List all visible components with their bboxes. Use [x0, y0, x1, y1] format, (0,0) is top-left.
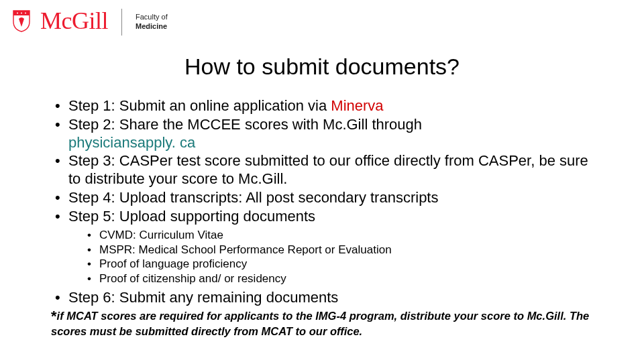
step-5: Step 5: Upload supporting documents CVMD…: [52, 208, 592, 286]
svg-point-0: [17, 13, 18, 14]
subdoc-citizenship: Proof of citizenship and/ or residency: [86, 272, 592, 286]
mcgill-wordmark: McGill: [40, 7, 108, 35]
subdoc-cvmd: CVMD: Curriculum Vitae: [86, 228, 592, 243]
supporting-docs-list: CVMD: Curriculum Vitae MSPR: Medical Sch…: [68, 228, 592, 286]
subdoc-mspr: MSPR: Medical School Performance Report …: [86, 243, 592, 257]
step-2-text: Step 2: Share the MCCEE scores with Mc.G…: [68, 116, 422, 133]
steps-list: Step 1: Submit an online application via…: [52, 97, 592, 307]
step-5-text: Step 5: Upload supporting documents: [68, 208, 315, 225]
header-divider: [121, 9, 122, 36]
step-2: Step 2: Share the MCCEE scores with Mc.G…: [52, 116, 592, 152]
step-4: Step 4: Upload transcripts: All post sec…: [52, 189, 592, 207]
step-1: Step 1: Submit an online application via…: [52, 97, 592, 115]
footnote-star: *: [51, 308, 57, 324]
slide-body: Step 1: Submit an online application via…: [0, 97, 644, 307]
slide-header: McGill Faculty of Medicine: [0, 0, 644, 36]
step-1-text: Step 1: Submit an online application via: [68, 97, 331, 114]
faculty-label: Faculty of Medicine: [136, 13, 168, 32]
minerva-link[interactable]: Minerva: [331, 97, 383, 114]
footnote-text: if MCAT scores are required for applican…: [51, 310, 589, 337]
footnote: *if MCAT scores are required for applica…: [0, 308, 644, 338]
subdoc-language: Proof of language proficiency: [86, 257, 592, 272]
faculty-line2: Medicine: [136, 22, 167, 30]
svg-point-1: [21, 13, 22, 14]
physiciansapply-link[interactable]: physiciansapply. ca: [68, 134, 195, 151]
mcgill-shield-icon: [12, 9, 31, 35]
faculty-line1: Faculty of: [136, 13, 168, 21]
svg-point-2: [25, 13, 26, 14]
step-6: Step 6: Submit any remaining documents: [52, 289, 592, 307]
step-3: Step 3: CASPer test score submitted to o…: [52, 152, 592, 188]
slide-title: How to submit documents?: [0, 54, 644, 80]
